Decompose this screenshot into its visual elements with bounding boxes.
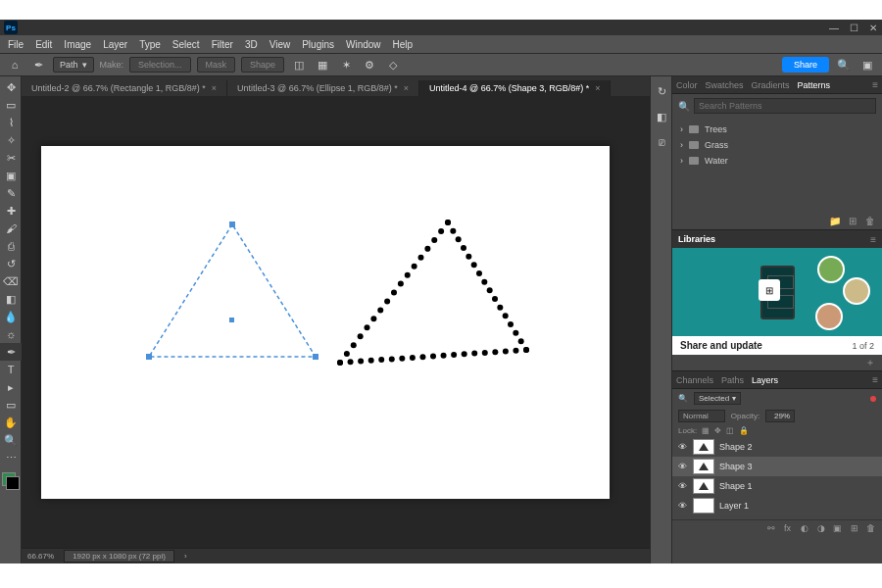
make-mask-button[interactable]: Mask: [197, 57, 236, 73]
type-tool[interactable]: T: [0, 361, 22, 378]
tab-layers[interactable]: Layers: [752, 375, 778, 385]
doc-tab-3[interactable]: Untitled-4 @ 66.7% (Shape 3, RGB/8#) *×: [419, 80, 611, 96]
menu-edit[interactable]: Edit: [35, 39, 52, 50]
layer-thumbnail[interactable]: [693, 439, 714, 455]
tab-patterns[interactable]: Patterns: [798, 80, 831, 90]
path-select-tool[interactable]: ▸: [0, 378, 22, 396]
pattern-folder-water[interactable]: ›Water: [680, 153, 874, 169]
pattern-folder-grass[interactable]: ›Grass: [680, 137, 874, 153]
maximize-button[interactable]: ☐: [849, 23, 858, 32]
close-icon[interactable]: ×: [404, 83, 409, 93]
gradient-tool[interactable]: ◧: [0, 290, 22, 308]
make-shape-button[interactable]: Shape: [241, 57, 284, 73]
edit-toolbar[interactable]: ⋯: [0, 449, 22, 466]
lock-artboard-icon[interactable]: ◫: [726, 426, 734, 435]
pen-tool-icon[interactable]: ✒: [29, 56, 47, 74]
align-icon[interactable]: ▦: [314, 56, 331, 74]
layer-thumbnail[interactable]: [693, 459, 714, 474]
path-op-icon[interactable]: ◫: [290, 56, 308, 74]
dodge-tool[interactable]: ☼: [0, 325, 22, 343]
menu-filter[interactable]: Filter: [212, 39, 233, 50]
share-button[interactable]: Share: [782, 57, 829, 73]
mask-icon[interactable]: ◐: [799, 523, 809, 533]
doc-info[interactable]: 1920 px x 1080 px (72 ppi): [64, 550, 174, 563]
gear-icon[interactable]: ⚙: [361, 56, 378, 74]
rubber-band-icon[interactable]: ◇: [384, 56, 402, 74]
search-icon[interactable]: 🔍: [835, 56, 853, 74]
canvas-area[interactable]: [22, 96, 650, 548]
close-icon[interactable]: ×: [212, 83, 217, 93]
pattern-folder-trees[interactable]: ›Trees: [680, 122, 874, 137]
background-color[interactable]: [6, 476, 20, 490]
tab-swatches[interactable]: Swatches: [706, 80, 744, 90]
tab-paths[interactable]: Paths: [721, 375, 744, 385]
menu-select[interactable]: Select: [172, 39, 200, 50]
crop-tool[interactable]: ✂: [0, 149, 22, 167]
layer-item[interactable]: 👁 Layer 1: [672, 496, 882, 515]
tab-channels[interactable]: Channels: [676, 375, 713, 385]
zoom-level[interactable]: 66.67%: [27, 552, 54, 561]
layer-thumbnail[interactable]: [693, 478, 714, 494]
menu-view[interactable]: View: [270, 39, 291, 50]
pen-tool[interactable]: ✒: [0, 343, 22, 361]
canvas[interactable]: [41, 146, 610, 499]
tool-mode-dropdown[interactable]: Path ▾: [53, 57, 94, 73]
wand-tool[interactable]: ✧: [0, 131, 22, 149]
history-icon[interactable]: ↻: [651, 82, 672, 100]
tab-color[interactable]: Color: [676, 80, 698, 90]
zoom-tool[interactable]: 🔍: [0, 431, 22, 449]
visibility-icon[interactable]: 👁: [678, 481, 688, 491]
menu-image[interactable]: Image: [64, 39, 91, 50]
layer-thumbnail[interactable]: [693, 498, 714, 514]
eraser-tool[interactable]: ⌫: [0, 272, 22, 290]
folder-icon[interactable]: 📁: [829, 215, 841, 226]
panel-menu-icon[interactable]: ≡: [872, 79, 878, 90]
menu-type[interactable]: Type: [139, 39, 161, 50]
lock-all-icon[interactable]: 🔒: [739, 426, 749, 435]
shape-triangle-dotted[interactable]: [335, 222, 531, 373]
visibility-icon[interactable]: 👁: [678, 501, 688, 511]
history-brush-tool[interactable]: ↺: [0, 255, 22, 272]
make-selection-button[interactable]: Selection...: [129, 57, 191, 73]
panel-menu-icon[interactable]: ≡: [872, 374, 878, 385]
adjustment-icon[interactable]: ◑: [815, 523, 826, 533]
menu-window[interactable]: Window: [346, 39, 381, 50]
home-icon[interactable]: ⌂: [6, 56, 24, 74]
layer-item[interactable]: 👁 Shape 1: [672, 476, 882, 496]
layer-item[interactable]: 👁 Shape 3: [672, 457, 882, 476]
hand-tool[interactable]: ✋: [0, 414, 22, 431]
shape-tool[interactable]: ▭: [0, 396, 22, 414]
menu-plugins[interactable]: Plugins: [302, 39, 334, 50]
fx-icon[interactable]: fx: [782, 523, 793, 533]
minimize-button[interactable]: —: [829, 23, 839, 32]
blur-tool[interactable]: 💧: [0, 308, 22, 325]
lasso-tool[interactable]: ⌇: [0, 114, 22, 131]
chevron-right-icon[interactable]: ›: [184, 552, 187, 561]
new-layer-icon[interactable]: ⊞: [849, 523, 859, 533]
doc-tab-2[interactable]: Untitled-3 @ 66.7% (Ellipse 1, RGB/8#) *…: [227, 80, 419, 96]
menu-help[interactable]: Help: [393, 39, 414, 50]
doc-tab-1[interactable]: Untitled-2 @ 66.7% (Rectangle 1, RGB/8#)…: [22, 80, 227, 96]
layer-filter-dropdown[interactable]: Selected ▾: [694, 392, 741, 405]
add-icon[interactable]: ＋: [864, 357, 876, 368]
link-icon[interactable]: ⚯: [765, 523, 776, 533]
visibility-icon[interactable]: 👁: [678, 442, 688, 452]
arrange-icon[interactable]: ✶: [337, 56, 355, 74]
libraries-promo[interactable]: ⊞: [672, 248, 882, 336]
patterns-search-input[interactable]: [694, 98, 876, 114]
libraries-tab[interactable]: Libraries ≡: [672, 230, 882, 248]
heal-tool[interactable]: ✚: [0, 202, 22, 220]
new-icon[interactable]: ⊞: [847, 215, 858, 226]
panel-menu-icon[interactable]: ≡: [870, 234, 876, 245]
eyedropper-tool[interactable]: ✎: [0, 184, 22, 202]
visibility-icon[interactable]: 👁: [678, 462, 688, 471]
lock-pixels-icon[interactable]: ▦: [702, 426, 710, 435]
trash-icon[interactable]: 🗑: [864, 215, 876, 226]
marquee-tool[interactable]: ▭: [0, 96, 22, 114]
menu-3d[interactable]: 3D: [245, 39, 258, 50]
layer-item[interactable]: 👁 Shape 2: [672, 437, 882, 457]
color-swatches[interactable]: [0, 470, 21, 492]
tab-gradients[interactable]: Gradients: [752, 80, 790, 90]
stamp-tool[interactable]: ⎙: [0, 237, 22, 255]
properties-icon[interactable]: ◧: [651, 108, 672, 125]
